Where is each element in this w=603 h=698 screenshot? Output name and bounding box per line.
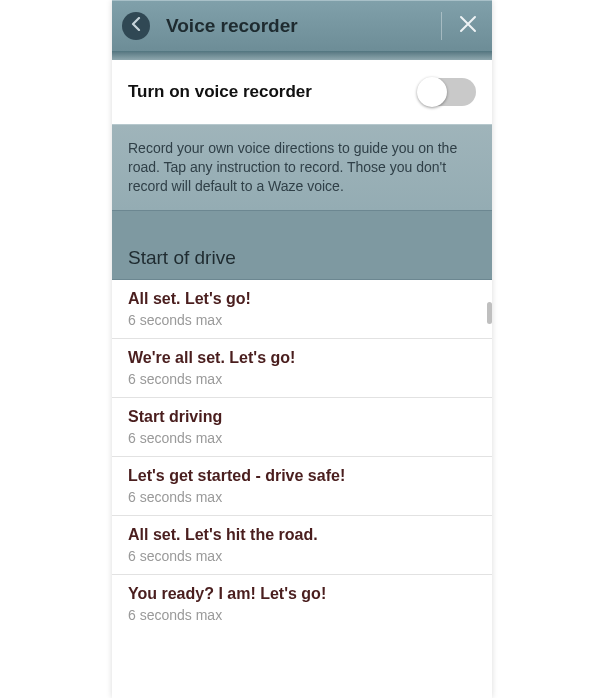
instruction-max: 6 seconds max xyxy=(128,312,476,328)
scrollbar-thumb[interactable] xyxy=(487,302,492,324)
toggle-row: Turn on voice recorder xyxy=(112,60,492,124)
instruction-phrase: You ready? I am! Let's go! xyxy=(128,585,476,603)
close-button[interactable] xyxy=(448,6,488,46)
chevron-left-icon xyxy=(131,17,141,35)
section-header: Start of drive xyxy=(112,210,492,280)
instruction-max: 6 seconds max xyxy=(128,371,476,387)
voice-recorder-toggle[interactable] xyxy=(418,78,476,106)
page-title: Voice recorder xyxy=(150,15,441,37)
list-item[interactable]: Start driving 6 seconds max xyxy=(112,398,492,457)
list-item[interactable]: We're all set. Let's go! 6 seconds max xyxy=(112,339,492,398)
instruction-phrase: All set. Let's go! xyxy=(128,290,476,308)
info-text: Record your own voice directions to guid… xyxy=(112,124,492,210)
list-item[interactable]: You ready? I am! Let's go! 6 seconds max xyxy=(112,575,492,633)
instruction-max: 6 seconds max xyxy=(128,430,476,446)
header-shadow xyxy=(112,52,492,60)
close-icon xyxy=(459,13,477,39)
instruction-max: 6 seconds max xyxy=(128,607,476,623)
header-bar: Voice recorder xyxy=(112,0,492,52)
toggle-knob xyxy=(417,77,447,107)
instruction-phrase: Start driving xyxy=(128,408,476,426)
header-separator xyxy=(441,12,442,40)
instruction-max: 6 seconds max xyxy=(128,489,476,505)
voice-recorder-panel: Voice recorder Turn on voice recorder Re… xyxy=(112,0,492,698)
instruction-phrase: We're all set. Let's go! xyxy=(128,349,476,367)
list-item[interactable]: All set. Let's go! 6 seconds max xyxy=(112,280,492,339)
instruction-max: 6 seconds max xyxy=(128,548,476,564)
toggle-label: Turn on voice recorder xyxy=(128,82,418,102)
list-item[interactable]: All set. Let's hit the road. 6 seconds m… xyxy=(112,516,492,575)
instruction-phrase: All set. Let's hit the road. xyxy=(128,526,476,544)
instruction-phrase: Let's get started - drive safe! xyxy=(128,467,476,485)
list-item[interactable]: Let's get started - drive safe! 6 second… xyxy=(112,457,492,516)
back-button[interactable] xyxy=(122,12,150,40)
instruction-list: All set. Let's go! 6 seconds max We're a… xyxy=(112,280,492,633)
